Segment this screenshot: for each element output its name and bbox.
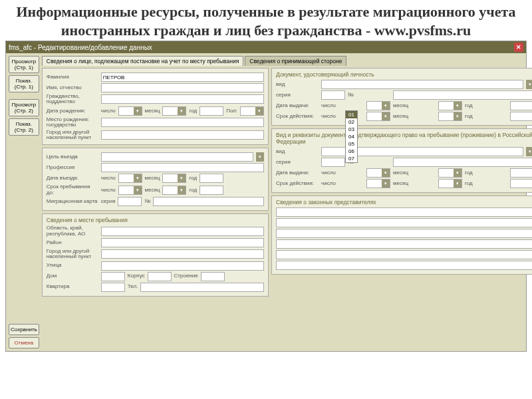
chevron-down-icon[interactable]: ▾ <box>526 147 532 156</box>
tabs: Сведения о лице, подлежащем постановке н… <box>42 56 532 66</box>
building-input[interactable] <box>201 272 225 281</box>
dropdown-option[interactable]: 07 <box>346 155 357 162</box>
entry-panel: Цель въезда▾ Профессия Дата въезда: числ… <box>42 148 269 211</box>
iddoc-valid-year-input[interactable] <box>510 112 532 121</box>
view-page1-button[interactable]: Просмотр (Стр. 1) <box>9 56 39 73</box>
arrival-label: Дата въезда: <box>47 176 98 181</box>
city-label: Город или другой населенный пункт <box>47 249 98 260</box>
rep-input-4[interactable] <box>276 239 532 249</box>
flat-input[interactable] <box>101 283 125 292</box>
chevron-down-icon[interactable]: ▾ <box>382 180 390 188</box>
sex-select[interactable]: ▾ <box>240 106 264 116</box>
migcard-series-input[interactable] <box>118 197 142 206</box>
rep-input-5[interactable] <box>276 250 532 259</box>
rightdoc-panel: Вид и реквизиты документа, подтверждающе… <box>271 128 532 193</box>
chevron-down-icon[interactable]: ▾ <box>178 186 186 194</box>
dropdown-option[interactable]: 02 <box>346 118 357 126</box>
dob-year-input[interactable] <box>200 106 223 116</box>
chevron-down-icon[interactable]: ▾ <box>454 180 462 188</box>
rightdoc-issued-month-select[interactable]: ▾ <box>438 168 462 178</box>
rightdoc-valid-year-input[interactable] <box>510 179 532 188</box>
dob-day-select[interactable]: ▾ <box>118 106 142 116</box>
tab-host[interactable]: Сведения о принимающей стороне <box>245 56 346 66</box>
iddoc-num-input[interactable] <box>393 90 532 100</box>
rep-input-1[interactable] <box>276 207 532 217</box>
dropdown-option[interactable]: 03 <box>346 126 357 133</box>
iddoc-panel: Документ, удостоверяющий личность вид▾ с… <box>271 68 532 126</box>
chevron-down-icon[interactable]: ▾ <box>134 174 142 182</box>
rep-input-6[interactable] <box>276 261 532 270</box>
iddoc-valid-day-select[interactable]: ▾ <box>366 112 390 121</box>
chevron-down-icon[interactable]: ▾ <box>382 169 390 177</box>
rightdoc-valid-month-select[interactable]: ▾ <box>438 179 462 188</box>
tab-registration[interactable]: Сведения о лице, подлежащем постановке н… <box>42 56 244 66</box>
chevron-down-icon[interactable]: ▾ <box>382 102 390 110</box>
phone-input[interactable] <box>140 283 264 292</box>
house-input[interactable] <box>101 272 125 281</box>
iddoc-issued-day-select[interactable]: ▾ <box>366 101 390 110</box>
chevron-down-icon[interactable]: ▾ <box>134 107 142 115</box>
chevron-down-icon[interactable]: ▾ <box>454 169 462 177</box>
migcard-label: Миграционная карта <box>47 199 98 204</box>
street-input[interactable] <box>101 261 264 271</box>
close-icon[interactable]: ✕ <box>514 43 523 52</box>
dob-month-select[interactable]: ▾ <box>162 106 186 116</box>
rep-input-3[interactable] <box>276 229 532 238</box>
dropdown-option[interactable]: 06 <box>346 148 357 155</box>
pob-city-input[interactable] <box>101 130 264 140</box>
copy-page1-button[interactable]: Показ. (Стр. 1) <box>9 75 39 92</box>
year-label: год <box>189 108 197 114</box>
stay-year-input[interactable] <box>200 186 223 195</box>
chevron-down-icon[interactable]: ▾ <box>178 174 186 182</box>
iddoc-issued-month-select[interactable]: ▾ <box>438 101 462 110</box>
pob-country-input[interactable] <box>101 118 264 127</box>
person-panel: Фамилия Имя, отчество Гражданство, подда… <box>42 68 269 145</box>
rightdoc-series-input[interactable] <box>321 158 345 167</box>
district-input[interactable] <box>101 238 264 247</box>
profession-input[interactable] <box>101 163 264 172</box>
stay-panel: Сведения о месте пребывания Область, кра… <box>42 213 269 297</box>
citizenship-input[interactable] <box>101 94 264 104</box>
iddoc-valid-month-select[interactable]: ▾ <box>438 112 462 121</box>
city-input[interactable] <box>101 249 264 259</box>
purpose-input[interactable] <box>101 152 253 162</box>
day-dropdown-open[interactable]: 01020304050607 <box>345 110 358 163</box>
flat-label: Квартира <box>47 284 98 289</box>
rep-input-2[interactable] <box>276 218 532 227</box>
block-input[interactable] <box>148 272 172 281</box>
dropdown-option[interactable]: 01 <box>346 111 357 118</box>
surname-input[interactable] <box>101 72 264 82</box>
arrival-day-select[interactable]: ▾ <box>118 174 142 183</box>
chevron-down-icon[interactable]: ▾ <box>454 112 462 120</box>
copy-page2-button[interactable]: Показ. (Стр. 2) <box>9 118 39 136</box>
stay-day-select[interactable]: ▾ <box>118 186 142 195</box>
chevron-down-icon[interactable]: ▾ <box>526 80 532 89</box>
window-title: fms_afc - Редактирование/добавление данн… <box>9 44 152 51</box>
iddoc-issued-year-input[interactable] <box>510 101 532 110</box>
view-page2-button[interactable]: Просмотр (Стр. 2) <box>9 99 39 116</box>
dropdown-option[interactable]: 05 <box>346 140 357 148</box>
chevron-down-icon[interactable]: ▾ <box>382 112 390 120</box>
chevron-down-icon[interactable]: ▾ <box>454 102 462 110</box>
rightdoc-issued-year-input[interactable] <box>510 168 532 178</box>
stay-month-select[interactable]: ▾ <box>162 186 186 195</box>
region-input[interactable] <box>101 227 264 236</box>
chevron-down-icon[interactable]: ▾ <box>178 107 186 115</box>
day-label: число <box>101 108 116 114</box>
name-input[interactable] <box>101 83 264 92</box>
chevron-down-icon[interactable]: ▾ <box>256 152 264 162</box>
iddoc-kind-input[interactable] <box>321 80 523 89</box>
cancel-button[interactable]: Отмена <box>9 337 39 348</box>
dropdown-option[interactable]: 04 <box>346 133 357 140</box>
rightdoc-num-input[interactable] <box>393 158 532 167</box>
rightdoc-valid-day-select[interactable]: ▾ <box>366 179 390 188</box>
rightdoc-issued-day-select[interactable]: ▾ <box>366 168 390 178</box>
migcard-number-input[interactable] <box>153 197 264 206</box>
save-button[interactable]: Сохранить <box>9 324 39 335</box>
surname-label: Фамилия <box>47 74 98 80</box>
iddoc-series-input[interactable] <box>321 90 345 100</box>
arrival-month-select[interactable]: ▾ <box>162 174 186 183</box>
chevron-down-icon[interactable]: ▾ <box>255 107 263 115</box>
arrival-year-input[interactable] <box>200 174 223 183</box>
chevron-down-icon[interactable]: ▾ <box>134 186 142 194</box>
